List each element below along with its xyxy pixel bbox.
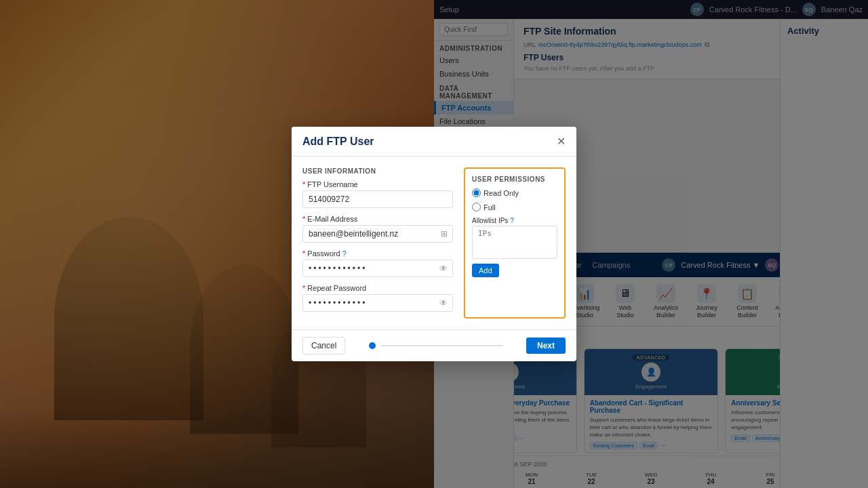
ftp-username-input[interactable] bbox=[302, 190, 453, 208]
email-lookup-icon[interactable]: ⊞ bbox=[441, 229, 448, 239]
cancel-button[interactable]: Cancel bbox=[302, 337, 345, 354]
full-radio-group: Full bbox=[472, 203, 557, 211]
next-button[interactable]: Next bbox=[526, 338, 566, 354]
password-label: * Password ? bbox=[302, 249, 453, 258]
read-only-label: Read Only bbox=[484, 189, 519, 197]
password-input-wrapper: 👁 bbox=[302, 260, 453, 277]
modal-header: Add FTP User ✕ bbox=[292, 127, 576, 157]
allowlist-section: Allowlist IPs ? Add bbox=[472, 217, 557, 277]
close-button[interactable]: ✕ bbox=[557, 135, 566, 148]
email-label: * E-Mail Address bbox=[302, 215, 453, 223]
repeat-password-label: * Repeat Password bbox=[302, 284, 453, 292]
full-radio[interactable] bbox=[472, 203, 481, 211]
ftp-username-group: * FTP Username bbox=[302, 180, 453, 208]
permission-radio-group: Read Only bbox=[472, 188, 557, 197]
password-help-icon[interactable]: ? bbox=[342, 249, 347, 258]
modal-user-permissions: USER PERMISSIONS Read Only Full Allowl bbox=[464, 167, 566, 319]
email-input[interactable] bbox=[302, 225, 453, 243]
ftp-username-label: * FTP Username bbox=[302, 180, 453, 188]
password-group: * Password ? 👁 bbox=[302, 249, 453, 277]
add-ip-button[interactable]: Add bbox=[472, 264, 499, 277]
full-option[interactable]: Full bbox=[472, 203, 496, 211]
modal-body: USER INFORMATION * FTP Username * E-Mail… bbox=[292, 157, 576, 329]
full-label: Full bbox=[484, 203, 496, 211]
read-only-option[interactable]: Read Only bbox=[472, 188, 519, 197]
password-input[interactable] bbox=[302, 260, 453, 277]
modal-footer: Cancel Next bbox=[292, 329, 576, 361]
modal-title: Add FTP User bbox=[302, 136, 374, 148]
user-info-title: USER INFORMATION bbox=[302, 167, 453, 175]
ips-input[interactable] bbox=[472, 226, 557, 259]
add-ftp-user-modal: Add FTP User ✕ USER INFORMATION * FTP Us… bbox=[292, 127, 576, 361]
repeat-password-toggle-icon[interactable]: 👁 bbox=[439, 298, 448, 308]
read-only-radio[interactable] bbox=[472, 188, 481, 197]
user-permissions-title: USER PERMISSIONS bbox=[472, 176, 557, 183]
modal-overlay: Add FTP User ✕ USER INFORMATION * FTP Us… bbox=[0, 0, 868, 488]
modal-user-info: USER INFORMATION * FTP Username * E-Mail… bbox=[302, 167, 453, 319]
email-input-wrapper: ⊞ bbox=[302, 225, 453, 243]
password-toggle-icon[interactable]: 👁 bbox=[439, 264, 448, 273]
allowlist-help-icon[interactable]: ? bbox=[510, 217, 514, 224]
repeat-password-group: * Repeat Password 👁 bbox=[302, 284, 453, 312]
repeat-password-input-wrapper: 👁 bbox=[302, 294, 453, 312]
progress-dot-active bbox=[369, 342, 376, 349]
allowlist-label: Allowlist IPs ? bbox=[472, 217, 557, 224]
repeat-password-input[interactable] bbox=[302, 294, 453, 312]
email-address-group: * E-Mail Address ⊞ bbox=[302, 215, 453, 243]
progress-bar bbox=[381, 345, 503, 346]
